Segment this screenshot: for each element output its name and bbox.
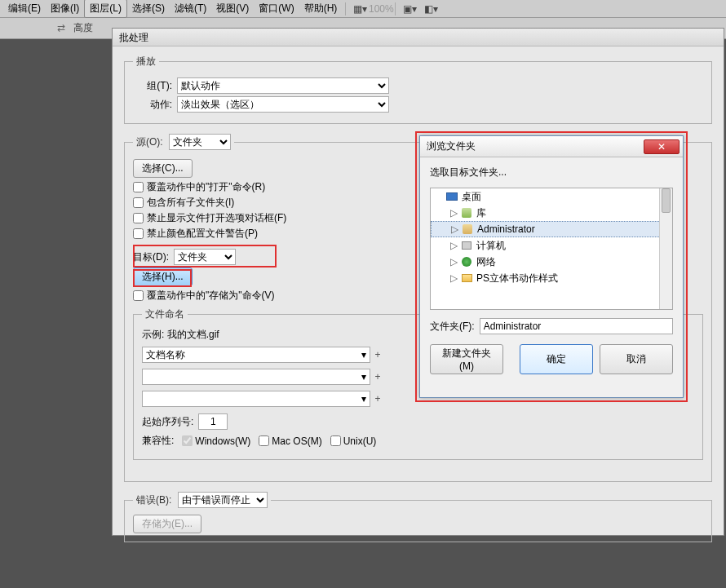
suppress-open-dialog-label: 禁止显示文件打开选项对话框(F) — [147, 211, 286, 225]
menu-view[interactable]: 视图(V) — [211, 0, 254, 17]
override-save-label: 覆盖动作中的"存储为"命令(V) — [147, 289, 275, 303]
include-subfolders-checkbox[interactable] — [133, 197, 144, 208]
compat-windows-checkbox — [182, 435, 193, 446]
folder-icon — [460, 272, 473, 284]
chevron-down-icon: ▾ — [361, 349, 366, 360]
swap-icon[interactable]: ⇄ — [57, 22, 65, 33]
menu-window[interactable]: 窗口(W) — [254, 0, 299, 17]
override-save-checkbox[interactable] — [133, 290, 144, 301]
scrollbar[interactable] — [659, 188, 672, 309]
arrange-icon[interactable]: ▣▾ — [401, 2, 418, 15]
chevron-down-icon: ▾ — [361, 393, 366, 405]
height-label: 高度 — [73, 21, 93, 35]
action-label: 动作: — [133, 98, 172, 112]
save-as-button: 存储为(E)... — [133, 515, 201, 533]
errors-legend: 错误(B): 由于错误而停止 — [133, 492, 271, 508]
target-label: 目标(D): — [133, 250, 169, 264]
plus-icon: + — [370, 393, 385, 405]
action-select[interactable]: 淡出效果（选区） — [177, 96, 389, 113]
expander-icon[interactable]: ▷ — [450, 207, 460, 219]
source-type-select[interactable]: 文件夹 — [169, 134, 231, 150]
group-select[interactable]: 默认动作 — [177, 77, 389, 94]
source-legend: 源(O): 文件夹 — [133, 134, 234, 150]
compat-windows-label: Windows(W) — [195, 435, 250, 447]
tree-item-label: 计算机 — [476, 239, 506, 253]
separator — [395, 2, 396, 15]
filename-part-2[interactable]: ▾ — [142, 369, 370, 385]
suppress-open-dialog-checkbox[interactable] — [133, 213, 144, 223]
scroll-thumb[interactable] — [662, 188, 671, 213]
play-legend: 播放 — [133, 55, 159, 69]
compat-mac-checkbox[interactable] — [259, 435, 269, 446]
lib-icon — [460, 207, 473, 219]
compat-unix-label: Unix(U) — [343, 435, 377, 447]
start-seq-label: 起始序列号: — [142, 415, 193, 429]
tree-item-label: 库 — [476, 206, 486, 220]
menu-select[interactable]: 选择(S) — [127, 0, 170, 17]
compat-unix-checkbox[interactable] — [330, 435, 341, 446]
folder-field-label: 文件夹(F): — [430, 320, 475, 334]
override-open-label: 覆盖动作中的"打开"命令(R) — [147, 180, 265, 194]
network-icon — [460, 256, 473, 267]
group-label: 组(T): — [133, 79, 172, 93]
doc-layout-icon[interactable]: ◧▾ — [423, 2, 439, 15]
compat-label: 兼容性: — [142, 434, 174, 448]
tree-item[interactable]: ▷网络 — [431, 254, 672, 270]
expander-icon[interactable]: ▷ — [451, 223, 461, 235]
computer-icon — [460, 240, 473, 251]
menu-help[interactable]: 帮助(H) — [299, 0, 343, 17]
include-subfolders-label: 包含所有子文件夹(I) — [147, 196, 234, 210]
plus-icon: + — [370, 349, 385, 360]
compat-mac-label: Mac OS(M) — [272, 435, 321, 447]
folder-name-input[interactable] — [480, 318, 673, 334]
override-open-checkbox[interactable] — [133, 182, 144, 192]
expander-icon[interactable]: ▷ — [450, 256, 460, 267]
browse-folder-dialog: 浏览文件夹 ✕ 选取目标文件夹... 桌面▷库▷Administrator▷计算… — [419, 135, 684, 398]
screen-mode-icon[interactable]: ▦▾ — [352, 2, 368, 15]
source-choose-button[interactable]: 选择(C)... — [133, 159, 193, 178]
tree-item[interactable]: ▷计算机 — [431, 237, 672, 254]
tree-item[interactable]: 桌面 — [431, 188, 672, 205]
expander-icon[interactable]: ▷ — [450, 240, 460, 251]
user-icon — [461, 223, 474, 235]
errors-select[interactable]: 由于错误而停止 — [178, 492, 268, 508]
zoom-value[interactable]: 100% — [373, 2, 389, 15]
tree-item-label: PS立体书动作样式 — [476, 272, 558, 285]
monitor-icon — [445, 191, 458, 202]
filename-legend: 文件命名 — [142, 307, 188, 321]
tree-item[interactable]: ▷PS立体书动作样式 — [431, 270, 672, 286]
chevron-down-icon: ▾ — [361, 371, 366, 382]
tree-item-label: 桌面 — [462, 190, 481, 204]
suppress-profile-warn-checkbox[interactable] — [133, 228, 144, 239]
batch-dialog-title: 批处理 — [113, 29, 724, 46]
browse-dialog-title: 浏览文件夹 — [427, 139, 476, 153]
cancel-button[interactable]: 取消 — [600, 344, 673, 374]
menu-edit[interactable]: 编辑(E) — [3, 0, 46, 17]
start-seq-input[interactable] — [198, 413, 228, 430]
tree-item-label: 网络 — [476, 255, 496, 269]
tree-item[interactable]: ▷Administrator — [431, 221, 672, 237]
separator — [345, 2, 346, 15]
tree-item[interactable]: ▷库 — [431, 205, 672, 221]
ok-button[interactable]: 确定 — [520, 344, 593, 374]
menu-image[interactable]: 图像(I) — [46, 0, 84, 17]
close-button[interactable]: ✕ — [644, 139, 680, 154]
target-select-button[interactable]: 选择(H)... — [133, 267, 193, 286]
menu-layer[interactable]: 图层(L) — [84, 0, 127, 18]
target-type-select[interactable]: 文件夹 — [174, 249, 236, 265]
errors-group: 错误(B): 由于错误而停止 存储为(E)... — [124, 492, 712, 542]
close-icon: ✕ — [657, 141, 666, 153]
suppress-profile-warn-label: 禁止颜色配置文件警告(P) — [147, 227, 258, 241]
plus-icon: + — [370, 371, 385, 382]
play-group: 播放 组(T): 默认动作 动作: 淡出效果（选区） — [124, 55, 712, 124]
menu-filter[interactable]: 滤镜(T) — [170, 0, 211, 17]
new-folder-button[interactable]: 新建文件夹 (M) — [430, 344, 503, 374]
tree-item-label: Administrator — [477, 223, 535, 235]
folder-tree[interactable]: 桌面▷库▷Administrator▷计算机▷网络▷PS立体书动作样式 — [430, 188, 673, 310]
expander-icon[interactable]: ▷ — [450, 272, 460, 284]
filename-part-3[interactable]: ▾ — [142, 391, 370, 407]
menu-bar: 编辑(E) 图像(I) 图层(L) 选择(S) 滤镜(T) 视图(V) 窗口(W… — [0, 0, 726, 18]
browse-prompt: 选取目标文件夹... — [430, 166, 673, 179]
filename-part-1[interactable]: 文档名称▾ — [142, 347, 370, 363]
